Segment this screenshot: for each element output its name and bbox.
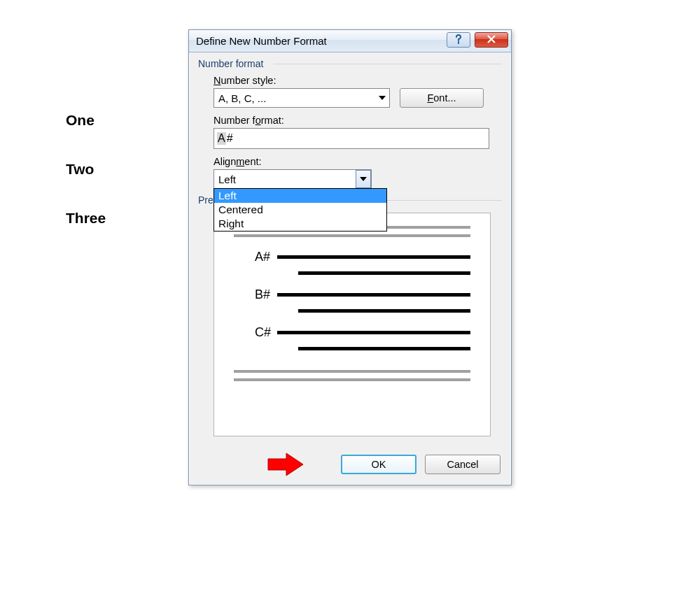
side-label-three: Three [66, 210, 106, 227]
side-label-two: Two [66, 161, 106, 178]
side-list: One Two Three [66, 112, 106, 259]
annotation-arrow-icon [265, 450, 307, 480]
alignment-dropdown-list: Left Centered Right [214, 188, 387, 232]
preview-box: A# B# C# [214, 213, 491, 436]
font-button[interactable]: Font... [400, 88, 484, 108]
preview-item-b: B# [234, 287, 274, 302]
ok-button[interactable]: OK [341, 455, 416, 474]
side-label-one: One [66, 112, 106, 129]
close-button[interactable] [475, 32, 508, 48]
number-format-label: Number format: [214, 115, 502, 126]
help-icon [454, 34, 463, 46]
alignment-option-centered[interactable]: Centered [214, 203, 386, 217]
alignment-option-left[interactable]: Left [214, 189, 386, 203]
group-number-format-label: Number format [198, 58, 502, 69]
close-icon [486, 34, 496, 45]
dropdown-arrow-icon [356, 170, 371, 188]
preview-item-c: C# [234, 325, 274, 340]
help-button[interactable] [447, 32, 470, 48]
number-style-combo[interactable]: A, B, C, ... [214, 88, 390, 108]
alignment-label: Alignment: [214, 156, 502, 167]
dropdown-arrow-icon [374, 89, 389, 107]
define-number-format-dialog: Define New Number Format Number format N… [188, 29, 512, 485]
alignment-option-right[interactable]: Right [214, 217, 386, 231]
cancel-button[interactable]: Cancel [425, 455, 500, 474]
dialog-titlebar[interactable]: Define New Number Format [189, 30, 511, 52]
alignment-combo[interactable]: Left Left Centered Right [214, 169, 372, 189]
number-format-input[interactable]: A# [214, 128, 489, 149]
dialog-title: Define New Number Format [196, 35, 327, 47]
number-style-label: Number style: [214, 75, 502, 86]
preview-item-a: A# [234, 250, 274, 264]
